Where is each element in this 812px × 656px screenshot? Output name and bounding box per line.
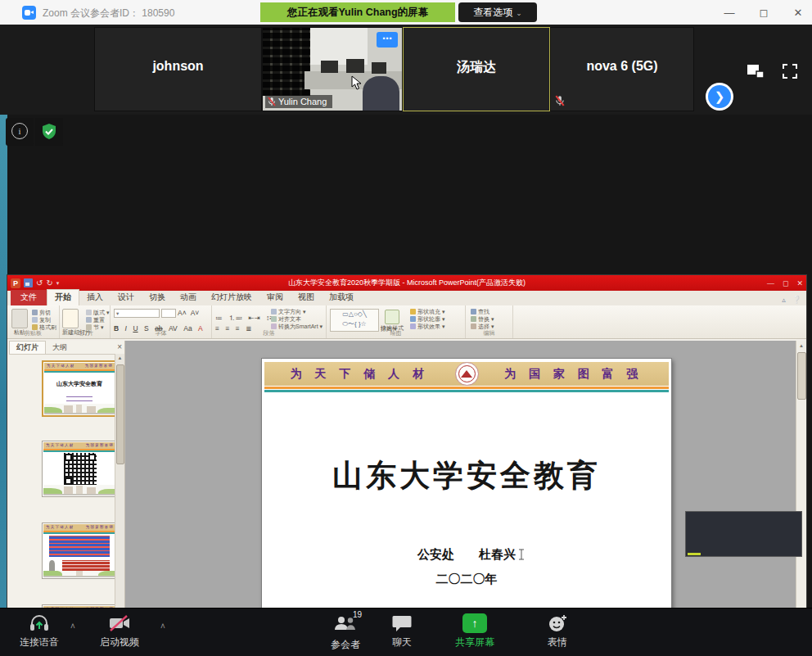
ribbon-collapse-icon[interactable]: ▵ <box>782 296 786 304</box>
chat-button[interactable]: 聊天 <box>391 613 413 649</box>
tab-insert[interactable]: 插入 <box>79 290 111 305</box>
view-options-button[interactable]: 查看选项⌄ <box>458 2 537 22</box>
reactions-button[interactable]: 表情 <box>547 613 568 649</box>
align-text-button[interactable]: 对齐文本 <box>271 315 323 323</box>
replace-button[interactable]: 替换 ▾ <box>471 315 494 323</box>
shape-outline-button[interactable]: 形状轮廓 ▾ <box>410 315 444 323</box>
share-screen-button[interactable]: ↑ 共享屏幕 <box>455 613 494 649</box>
slide-thumbnail-2[interactable]: 2 为 天 下 储 人 材为 国 家 图 富 强 <box>42 441 117 497</box>
tab-home[interactable]: 开始 <box>47 289 79 305</box>
banner-motto-left: 为 天 下 储 人 材 <box>264 367 455 382</box>
next-participants-button[interactable]: ❯ <box>706 83 733 111</box>
slide-year: 二〇二〇年 <box>262 572 671 587</box>
qat-dropdown-icon[interactable]: ▾ <box>56 280 60 287</box>
qr-code <box>64 453 97 486</box>
participant-tile-nova6[interactable]: nova 6 (5G) <box>550 27 694 111</box>
meeting-id-label: Zoom 会议参会者ID： 180590 <box>43 7 174 20</box>
quick-access-toolbar: P ↺ ↻ ▾ <box>7 278 59 288</box>
minimize-button[interactable]: — <box>724 7 735 19</box>
ribbon-group-drawing: ▭△○◇╲⬭〜{ }☆ 快速样式 形状填充 ▾ 形状轮廓 ▾ 形状效果 ▾ 排列… <box>327 305 466 338</box>
info-icon[interactable]: i <box>6 118 34 146</box>
gallery-view-icon[interactable] <box>747 64 765 79</box>
layout-button[interactable]: 版式 ▾ <box>86 309 109 316</box>
slide-thumbnail-1[interactable]: 1 为 天 下 储 人 材为 国 家 图 富 强 山东大学安全教育 <box>42 360 117 417</box>
shape-fill-button[interactable]: 形状填充 ▾ <box>410 308 444 315</box>
ribbon-tab-row: 文件 开始 插入 设计 切换 动画 幻灯片放映 审阅 视图 加载项 ▵ ❔ <box>7 291 806 306</box>
ppt-titlebar: P ↺ ↻ ▾ 山东大学安全教育2020秋季学期版 - Microsoft Po… <box>7 275 806 291</box>
slides-tab[interactable]: 幻灯片 <box>9 341 46 354</box>
ribbon-group-slides: 新建幻灯片 版式 ▾ 重置 节 ▾ 幻灯片 <box>60 305 111 338</box>
close-button[interactable]: ✕ <box>792 7 804 19</box>
slide-byline: 公安处 杜春兴 <box>262 547 671 563</box>
viewing-share-banner: 您正在观看Yulin Chang的屏幕 <box>260 2 455 22</box>
tile-name-label: Yulin Chang <box>265 95 332 108</box>
tab-transitions[interactable]: 切换 <box>142 290 173 305</box>
fullscreen-icon[interactable] <box>783 64 797 79</box>
video-strip: johnson ⋯ Yulin Chang <box>0 25 812 115</box>
tab-view[interactable]: 视图 <box>291 290 322 305</box>
reset-button[interactable]: 重置 <box>86 316 109 323</box>
participant-tile-yulin-chang[interactable]: ⋯ Yulin Chang <box>262 27 403 111</box>
powerpoint-window: P ↺ ↻ ▾ 山东大学安全教育2020秋季学期版 - Microsoft Po… <box>7 274 807 656</box>
save-icon[interactable] <box>24 278 33 287</box>
tab-design[interactable]: 设计 <box>111 290 142 305</box>
shapes-gallery[interactable]: ▭△○◇╲⬭〜{ }☆ <box>330 309 379 332</box>
ppt-window-title: 山东大学安全教育2020秋季学期版 - Microsoft PowerPoint… <box>7 275 806 291</box>
headphones-icon <box>29 613 50 633</box>
ribbon: 粘贴 剪切 复制 格式刷 剪贴板 新建幻灯片 版式 ▾ <box>7 305 806 339</box>
security-shield-icon[interactable] <box>35 118 63 146</box>
ribbon-group-font: ▾ A˄ A˅ B I U S ab AV Aa A <box>111 305 212 338</box>
tab-animations[interactable]: 动画 <box>173 290 204 305</box>
ppt-close-button[interactable]: ✕ <box>796 279 803 287</box>
audio-options-chevron[interactable]: ˄ <box>70 622 75 631</box>
participants-count-badge: 19 <box>353 610 362 619</box>
tab-file[interactable]: 文件 <box>11 290 47 305</box>
outline-tab[interactable]: 大纲 <box>46 342 74 354</box>
redo-icon[interactable]: ↻ <box>46 279 52 287</box>
slide-thumbnail-3[interactable]: 3 为 天 下 储 人 材为 国 家 图 富 强 <box>42 523 117 579</box>
find-button[interactable]: 查找 <box>471 308 494 315</box>
zoom-logo-icon <box>22 6 36 20</box>
muted-mic-icon <box>268 97 276 106</box>
slide-title: 山东大学安全教育 <box>262 455 671 496</box>
zoom-toolbar: 连接语音 ˄ 启动视频 ˄ 19 参会者 <box>0 608 812 656</box>
copy-button[interactable]: 复制 <box>32 316 56 323</box>
zoom-window: Zoom 会议参会者ID： 180590 您正在观看Yulin Chang的屏幕… <box>0 0 812 656</box>
participant-tile-johnson[interactable]: johnson <box>94 27 262 111</box>
participants-button[interactable]: 19 参会者 <box>331 613 360 652</box>
font-name-select[interactable]: ▾ <box>114 309 160 318</box>
smiley-icon <box>547 613 568 633</box>
start-video-button[interactable]: 启动视频 <box>100 613 139 649</box>
join-audio-button[interactable]: 连接语音 <box>20 613 59 649</box>
ppt-maximize-button[interactable]: ◻ <box>783 279 788 287</box>
participant-tile-tangruida[interactable]: 汤瑞达 <box>403 27 550 111</box>
chevron-right-icon: ❯ <box>708 85 731 108</box>
chevron-down-icon: ⌄ <box>516 9 522 17</box>
undo-icon[interactable]: ↺ <box>36 279 43 287</box>
chat-bubble-icon <box>391 613 413 633</box>
ppt-minimize-button[interactable]: — <box>767 279 774 287</box>
font-size-select[interactable] <box>161 309 176 318</box>
ribbon-group-editing: 查找 替换 ▾ 选择 ▾ 编辑 <box>466 305 513 338</box>
video-options-chevron[interactable]: ˄ <box>160 622 165 631</box>
floating-overlay-panel <box>685 511 802 557</box>
university-seal-icon <box>455 362 479 386</box>
maximize-button[interactable]: ◻ <box>758 7 769 19</box>
ribbon-group-paragraph: ≔ ⒈≕ ⇤⇥ ↕≡ ≡ ≡ ≡ ≣ 文字方向 ▾ 对齐文本 转换为Sm <box>212 305 327 338</box>
tab-review[interactable]: 审阅 <box>259 290 291 305</box>
powerpoint-app-icon[interactable]: P <box>11 278 20 288</box>
tab-slideshow[interactable]: 幻灯片放映 <box>204 290 259 305</box>
camera-off-icon <box>107 613 132 633</box>
shrink-font-button[interactable]: A˅ <box>191 309 200 318</box>
text-direction-button[interactable]: 文字方向 ▾ <box>271 308 323 315</box>
grow-font-button[interactable]: A˄ <box>178 309 187 318</box>
banner-motto-right: 为 国 家 图 富 强 <box>479 367 670 382</box>
zoom-titlebar: Zoom 会议参会者ID： 180590 您正在观看Yulin Chang的屏幕… <box>0 0 812 25</box>
help-icon[interactable]: ❔ <box>792 296 801 304</box>
shared-screen-area: i P ↺ ↻ ▾ 山东大学安全教育2020秋季学期版 - Microsoft … <box>0 115 812 608</box>
pane-close-button[interactable]: × <box>117 342 122 351</box>
tile-more-options-button[interactable]: ⋯ <box>377 32 398 48</box>
tab-addins[interactable]: 加载项 <box>322 290 361 305</box>
slide-header-banner: 为 天 下 储 人 材 为 国 家 图 富 强 <box>264 362 669 386</box>
cut-button[interactable]: 剪切 <box>32 309 56 316</box>
